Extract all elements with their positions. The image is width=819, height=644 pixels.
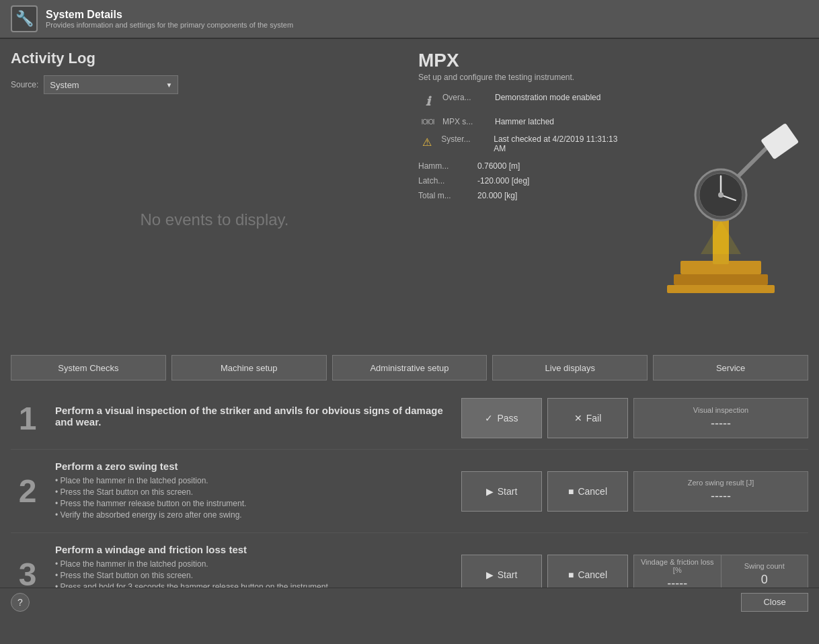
- title-icon: 🔧: [11, 5, 38, 32]
- check-description-3: Perform a windage and friction loss test…: [55, 544, 451, 588]
- start-label: Start: [498, 486, 518, 497]
- app-subtitle: Provides information and settings for th…: [46, 21, 293, 29]
- mpx-data-value-2: 20.000 [kg]: [477, 191, 517, 200]
- mpx-header: MPX Set up and configure the testing ins…: [418, 50, 808, 82]
- check-title-2: Perform a zero swing test: [55, 460, 451, 472]
- check-bullets-2: Place the hammer in the latched position…: [55, 476, 451, 520]
- check-actions-2: ▶ Start ■ Cancel Zero swing result [J] -…: [461, 471, 808, 512]
- mpx-panel: MPX Set up and configure the testing ins…: [418, 50, 808, 337]
- nav-tabs: System Checks Machine setup Administrati…: [0, 348, 819, 387]
- cancel-button-2[interactable]: ■ Cancel: [547, 471, 628, 512]
- mpx-data-value-1: -120.000 [deg]: [477, 176, 529, 186]
- mpx-label-1: MPX s...: [442, 117, 490, 126]
- mpx-title-section: MPX Set up and configure the testing ins…: [418, 50, 808, 82]
- fail-button-1[interactable]: ✕ Fail: [547, 398, 628, 438]
- mpx-data-2: Total m... 20.000 [kg]: [418, 191, 623, 200]
- mpx-data-1: Latch... -120.000 [deg]: [418, 176, 623, 186]
- mpx-data-0: Hamm... 0.76000 [m]: [418, 161, 623, 171]
- mpx-title: MPX: [418, 50, 808, 71]
- mpx-row-2: ⚠ Syster... Last checked at 4/2/2019 11:…: [418, 134, 623, 153]
- fail-label: Fail: [586, 413, 602, 424]
- bottom-bar: ? Close: [0, 588, 819, 616]
- dropdown-arrow-icon: ▼: [165, 81, 172, 89]
- tab-system-checks[interactable]: System Checks: [11, 355, 166, 380]
- top-section: Activity Log Source: System ▼ No events …: [0, 39, 819, 348]
- mpx-body: ℹ Overa... Demonstration mode enabled IO…: [418, 93, 808, 308]
- bullet-3-1: Press the Start button on this screen.: [55, 571, 451, 580]
- bullet-2-0: Place the hammer in the latched position…: [55, 476, 451, 485]
- mpx-data-value-0: 0.76000 [m]: [477, 161, 520, 171]
- bullet-3-2: Press and hold for 3 seconds the hammer …: [55, 582, 451, 588]
- tab-administrative-setup[interactable]: Administrative setup: [332, 355, 488, 380]
- stop-icon-3: ■: [568, 569, 574, 580]
- tab-machine-setup[interactable]: Machine setup: [171, 355, 327, 380]
- bullet-3-0: Place the hammer in the latched position…: [55, 559, 451, 569]
- bullet-2-3: Verify the absorbed energy is zero after…: [55, 510, 451, 520]
- cancel-button-3[interactable]: ■ Cancel: [547, 555, 628, 588]
- check-title-1: Perform a visual inspection of the strik…: [55, 405, 451, 428]
- source-label: Source:: [11, 80, 38, 89]
- svg-rect-5: [760, 123, 799, 159]
- friction-label: Vindage & friction loss [%: [639, 558, 715, 574]
- check-number-3: 3: [11, 556, 44, 588]
- activity-log-empty: No events to display.: [11, 102, 418, 337]
- mpx-subtitle: Set up and configure the testing instrum…: [418, 73, 808, 82]
- pass-button-1[interactable]: ✓ Pass: [461, 398, 542, 438]
- start-button-2[interactable]: ▶ Start: [461, 471, 542, 512]
- check-actions-1: ✓ Pass ✕ Fail Visual inspection -----: [461, 398, 808, 438]
- start-button-3[interactable]: ▶ Start: [461, 555, 542, 588]
- mpx-info-table: ℹ Overa... Demonstration mode enabled IO…: [418, 93, 623, 308]
- mpx-data-label-1: Latch...: [418, 176, 472, 186]
- app-title: System Details: [46, 9, 293, 21]
- stop-icon: ■: [568, 486, 574, 497]
- mpx-label-2: Syster...: [441, 134, 488, 144]
- mpx-data-rows: Hamm... 0.76000 [m] Latch... -120.000 [d…: [418, 161, 623, 200]
- svg-marker-11: [701, 220, 741, 254]
- svg-rect-1: [674, 274, 768, 285]
- tab-live-displays[interactable]: Live displays: [492, 355, 648, 380]
- title-text: System Details Provides information and …: [46, 9, 293, 29]
- check-item-1: 1 Perform a visual inspection of the str…: [11, 387, 808, 450]
- start-label-3: Start: [498, 569, 518, 580]
- warning-icon: ⚠: [418, 136, 436, 149]
- mpx-value-0: Demonstration mode enabled: [495, 93, 600, 102]
- x-icon: ✕: [574, 413, 582, 424]
- result-box-swing: Swing count 0: [721, 555, 809, 588]
- info-icon: ℹ: [418, 94, 437, 109]
- result-box-label-1: Visual inspection: [693, 406, 748, 414]
- mpx-value-1: Hammer latched: [495, 117, 554, 126]
- svg-rect-2: [667, 285, 775, 293]
- result-box-row-3: Vindage & friction loss [% ----- Swing c…: [633, 555, 808, 588]
- mpx-value-2: Last checked at 4/2/2019 11:31:13 AM: [494, 134, 623, 153]
- play-icon-3: ▶: [486, 569, 494, 580]
- main-content: Activity Log Source: System ▼ No events …: [0, 39, 819, 616]
- result-box-value-1: -----: [711, 417, 731, 431]
- result-box-value-2: -----: [711, 489, 731, 504]
- activity-log: Activity Log Source: System ▼ No events …: [11, 50, 418, 337]
- close-button[interactable]: Close: [741, 593, 808, 612]
- activity-log-title: Activity Log: [11, 50, 418, 67]
- help-button[interactable]: ?: [11, 593, 30, 612]
- mpx-row-0: ℹ Overa... Demonstration mode enabled: [418, 93, 623, 109]
- title-bar: 🔧 System Details Provides information an…: [0, 0, 819, 39]
- bullet-2-2: Press the hammer release button on the i…: [55, 499, 451, 508]
- charpy-svg: [633, 106, 808, 308]
- play-icon: ▶: [486, 486, 494, 497]
- tab-service[interactable]: Service: [653, 355, 808, 380]
- ioioi-icon: IOIOI: [418, 118, 437, 126]
- result-box-label-2: Zero swing result [J]: [688, 479, 754, 487]
- mpx-data-label-0: Hamm...: [418, 161, 472, 171]
- friction-value: -----: [667, 577, 687, 588]
- mpx-label-0: Overa...: [442, 93, 490, 102]
- source-dropdown[interactable]: System ▼: [44, 75, 178, 94]
- check-actions-3: ▶ Start ■ Cancel Vindage & friction loss…: [461, 555, 808, 588]
- result-box-1: Visual inspection -----: [633, 398, 808, 438]
- charpy-illustration: [633, 93, 808, 308]
- swing-value: 0: [761, 573, 768, 587]
- svg-point-10: [718, 192, 724, 198]
- swing-label: Swing count: [744, 562, 785, 570]
- check-icon: ✓: [485, 413, 493, 424]
- checks-section: 1 Perform a visual inspection of the str…: [0, 387, 819, 588]
- check-item-2: 2 Perform a zero swing test Place the ha…: [11, 450, 808, 533]
- result-box-friction: Vindage & friction loss [% -----: [633, 555, 721, 588]
